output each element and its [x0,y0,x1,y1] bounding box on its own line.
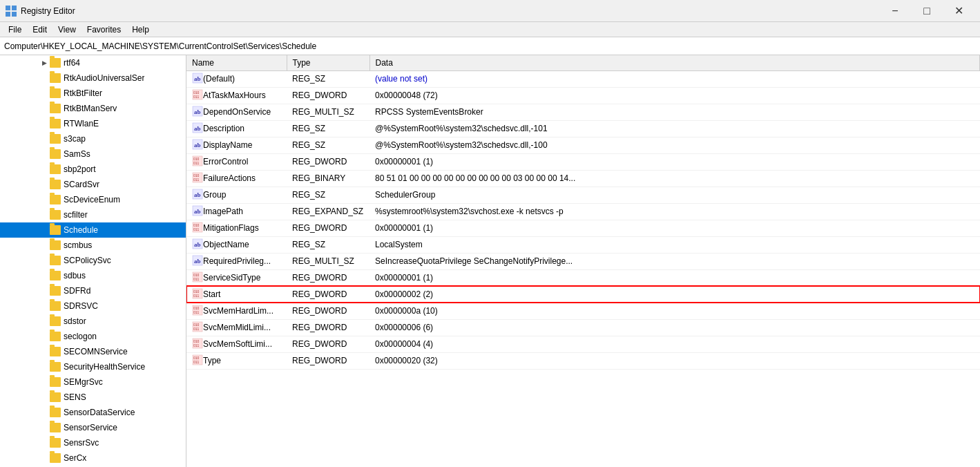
tree-label-RtkBtManServ: RtkBtManServ [64,104,117,113]
tree-arrow-sdbus[interactable] [39,270,50,281]
tree-item-RtkAudioUniversalSer[interactable]: RtkAudioUniversalSer [0,70,186,86]
tree-arrow-sdstor[interactable] [39,316,50,327]
tree-arrow-SensorService[interactable] [39,422,50,433]
tree-arrow-SECOMNService[interactable] [39,346,50,357]
table-row[interactable]: ab (Default)REG_SZ(value not set) [186,70,980,87]
menu-file[interactable]: File [3,22,27,37]
tree-arrow-SerCx[interactable] [39,452,50,464]
table-row[interactable]: 010 011 SvcMemMidLimi...REG_DWORD0x00000… [186,319,980,336]
tree-item-rtf64[interactable]: ▶rtf64 [0,55,186,70]
tree-item-s3cap[interactable]: s3cap [0,131,186,146]
tree-item-SCPolicySvc[interactable]: SCPolicySvc [0,253,186,268]
folder-icon-RtkAudioUniversalSer [50,73,61,83]
tree-item-RtkBtFilter[interactable]: RtkBtFilter [0,86,186,101]
tree-label-scfilter: scfilter [64,210,88,220]
menu-favorites[interactable]: Favorites [81,22,126,37]
cell-type-10: REG_SZ [287,236,369,253]
tree-arrow-RtkBtManServ[interactable] [39,103,50,114]
cell-data-8: %systemroot%\system32\svchost.exe -k net… [369,203,980,220]
tree-item-SensorDataService[interactable]: SensorDataService [0,405,186,420]
tree-arrow-RtkAudioUniversalSer[interactable] [39,73,50,84]
tree-item-sbp2port[interactable]: sbp2port [0,162,186,177]
tree-arrow-SEMgrSvc[interactable] [39,377,50,388]
reg-name-9: MitigationFlags [203,223,259,233]
table-row[interactable]: 010 011 ServiceSidTypeREG_DWORD0x0000000… [186,269,980,286]
maximize-button[interactable]: □ [911,0,943,22]
menu-view[interactable]: View [52,22,81,37]
tree-arrow-SamSs[interactable] [39,149,50,160]
table-row[interactable]: ab DescriptionREG_SZ@%SystemRoot%\system… [186,120,980,137]
table-row[interactable]: 010 011 MitigationFlagsREG_DWORD0x000000… [186,220,980,236]
tree-arrow-SCardSvr[interactable] [39,179,50,190]
tree-arrow-rtf64[interactable]: ▶ [39,57,50,68]
table-row[interactable]: ab ObjectNameREG_SZLocalSystem [186,236,980,253]
tree-item-SENS[interactable]: SENS [0,390,186,405]
menu-edit[interactable]: Edit [27,22,52,37]
tree-item-sdbus[interactable]: sdbus [0,268,186,283]
table-row[interactable]: ab ImagePathREG_EXPAND_SZ%systemroot%\sy… [186,203,980,220]
tree-arrow-s3cap[interactable] [39,133,50,144]
tree-arrow-SDFRd[interactable] [39,285,50,296]
tree-item-SensorService[interactable]: SensorService [0,420,186,435]
cell-type-12: REG_DWORD [287,269,369,286]
tree-item-SecurityHealthService[interactable]: SecurityHealthService [0,359,186,374]
close-button[interactable]: ✕ [943,0,974,22]
tree-arrow-RtkBtFilter[interactable] [39,88,50,99]
tree-arrow-sbp2port[interactable] [39,164,50,175]
tree-item-sdstor[interactable]: sdstor [0,314,186,329]
values-panel[interactable]: Name Type Data ab (Default)REG_SZ(value … [186,55,980,467]
table-row[interactable]: 010 011 StartREG_DWORD0x00000002 (2) [186,286,980,303]
cell-data-13: 0x00000002 (2) [369,286,980,303]
cell-type-16: REG_DWORD [287,336,369,352]
svg-rect-1 [12,6,17,10]
tree-item-scmbus[interactable]: scmbus [0,238,186,253]
tree-item-SerCx[interactable]: SerCx [0,450,186,466]
tree-item-SDRSVC[interactable]: SDRSVC [0,298,186,314]
cell-type-3: REG_SZ [287,120,369,137]
folder-icon-SECOMNService [50,347,61,356]
folder-icon-Schedule [50,225,61,235]
tree-item-SamSs[interactable]: SamSs [0,146,186,162]
tree-item-RTWlanE[interactable]: RTWlanE [0,116,186,131]
tree-item-seclogon[interactable]: seclogon [0,329,186,344]
tree-arrow-scfilter[interactable] [39,209,50,220]
table-row[interactable]: ab GroupREG_SZSchedulerGroup [186,187,980,203]
table-row[interactable]: ab RequiredPrivileg...REG_MULTI_SZSeIncr… [186,253,980,269]
tree-item-Schedule[interactable]: Schedule [0,222,186,238]
table-row[interactable]: 010 011 ErrorControlREG_DWORD0x00000001 … [186,153,980,170]
tree-item-scfilter[interactable]: scfilter [0,207,186,222]
tree-item-SensrSvc[interactable]: SensrSvc [0,435,186,450]
tree-arrow-seclogon[interactable] [39,331,50,342]
tree-arrow-Schedule[interactable] [39,225,50,236]
tree-arrow-SensorDataService[interactable] [39,407,50,418]
tree-item-SDFRd[interactable]: SDFRd [0,283,186,298]
table-row[interactable]: 010 011 AtTaskMaxHoursREG_DWORD0x0000004… [186,87,980,104]
table-row[interactable]: 010 011 TypeREG_DWORD0x00000020 (32) [186,352,980,369]
tree-item-SEMgrSvc[interactable]: SEMgrSvc [0,374,186,390]
table-row[interactable]: 010 011 SvcMemSoftLimi...REG_DWORD0x0000… [186,336,980,352]
tree-arrow-SecurityHealthService[interactable] [39,361,50,372]
table-row[interactable]: 010 011 FailureActionsREG_BINARY80 51 01… [186,170,980,187]
minimize-button[interactable]: − [879,0,911,22]
tree-arrow-SensrSvc[interactable] [39,437,50,448]
tree-item-SECOMNService[interactable]: SECOMNService [0,344,186,359]
tree-arrow-SENS[interactable] [39,392,50,403]
tree-panel[interactable]: ▶rtf64RtkAudioUniversalSerRtkBtFilterRtk… [0,55,186,467]
table-row[interactable]: ab DisplayNameREG_SZ@%SystemRoot%\system… [186,137,980,153]
menu-help[interactable]: Help [126,22,155,37]
svg-text:011: 011 [193,327,200,331]
tree-item-RtkBtManServ[interactable]: RtkBtManServ [0,101,186,116]
tree-arrow-scmbus[interactable] [39,240,50,251]
reg-icon-4: ab [192,139,203,152]
tree-arrow-SCPolicySvc[interactable] [39,255,50,266]
table-row[interactable]: 010 011 SvcMemHardLim...REG_DWORD0x00000… [186,303,980,319]
table-row[interactable]: ab DependOnServiceREG_MULTI_SZRPCSS Syst… [186,104,980,120]
tree-arrow-SDRSVC[interactable] [39,301,50,312]
reg-icon-3: ab [192,122,203,135]
tree-item-SCardSvr[interactable]: SCardSvr [0,177,186,192]
tree-arrow-RTWlanE[interactable] [39,118,50,129]
tree-arrow-ScDeviceEnum[interactable] [39,194,50,205]
reg-name-7: Group [203,190,226,200]
tree-item-ScDeviceEnum[interactable]: ScDeviceEnum [0,192,186,207]
folder-icon-SCPolicySvc [50,256,61,265]
